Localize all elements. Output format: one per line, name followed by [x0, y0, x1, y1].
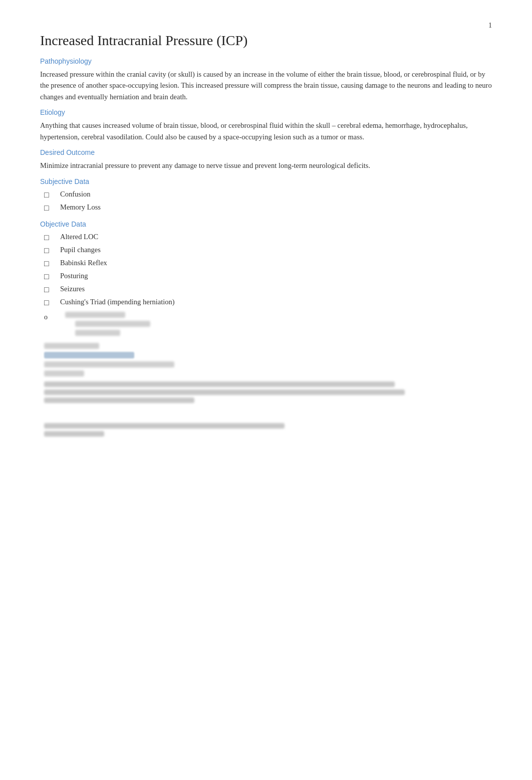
blurred-text	[75, 321, 150, 327]
blurred-paragraph	[44, 431, 104, 437]
bullet-icon: □	[40, 258, 60, 270]
o-bullet-icon: o	[40, 312, 60, 322]
blurred-heading-text	[44, 352, 134, 358]
bullet-icon: □	[40, 232, 60, 244]
desired-outcome-body: Minimize intracranial pressure to preven…	[40, 160, 492, 171]
desired-outcome-heading: Desired Outcome	[40, 147, 492, 158]
page-number: 1	[488, 20, 492, 31]
blurred-paragraph	[44, 423, 285, 429]
list-item-text: Memory Loss	[60, 202, 101, 213]
list-item: □ Confusion	[40, 189, 492, 201]
list-item-text: Posturing	[60, 271, 88, 282]
list-item-text: Confusion	[60, 189, 90, 200]
blurred-text	[44, 343, 99, 349]
blurred-text	[65, 312, 125, 318]
list-item: □ Altered LOC	[40, 232, 492, 244]
page-title: Increased Intracranial Pressure (ICP)	[40, 30, 492, 51]
list-item-text: Pupil changes	[60, 245, 101, 256]
bullet-icon: □	[40, 245, 60, 257]
o-list-item: o	[40, 312, 492, 339]
etiology-body: Anything that causes increased volume of…	[40, 120, 492, 142]
blurred-paragraph	[44, 398, 194, 403]
blurred-paragraph	[44, 381, 395, 387]
list-item: □ Pupil changes	[40, 245, 492, 257]
bullet-icon: □	[40, 271, 60, 283]
etiology-heading: Etiology	[40, 107, 492, 118]
pathophysiology-body: Increased pressure within the cranial ca…	[40, 69, 492, 102]
blurred-text	[75, 330, 120, 336]
list-item-text: Cushing's Triad (impending herniation)	[60, 297, 175, 308]
bullet-icon: □	[40, 189, 60, 201]
list-item-text: Babinski Reflex	[60, 258, 107, 269]
bullet-icon: □	[40, 284, 60, 296]
bullet-icon: □	[40, 202, 60, 214]
list-item-text: Seizures	[60, 284, 85, 295]
bullet-icon: □	[40, 297, 60, 309]
objective-data-heading: Objective Data	[40, 219, 492, 230]
list-item-text: Altered LOC	[60, 232, 98, 243]
blurred-section: o	[40, 312, 492, 437]
list-item: □ Cushing's Triad (impending herniation)	[40, 297, 492, 309]
blurred-text	[44, 370, 84, 376]
subjective-data-heading: Subjective Data	[40, 176, 492, 187]
list-item: □ Memory Loss	[40, 202, 492, 214]
list-item: □ Babinski Reflex	[40, 258, 492, 270]
subjective-data-list: □ Confusion □ Memory Loss	[40, 189, 492, 214]
blurred-text	[44, 361, 174, 367]
list-item: □ Seizures	[40, 284, 492, 296]
pathophysiology-heading: Pathophysiology	[40, 56, 492, 67]
objective-data-list: □ Altered LOC □ Pupil changes □ Babinski…	[40, 232, 492, 309]
blurred-paragraph	[44, 389, 405, 395]
page: 1 Increased Intracranial Pressure (ICP) …	[0, 0, 532, 780]
list-item: □ Posturing	[40, 271, 492, 283]
